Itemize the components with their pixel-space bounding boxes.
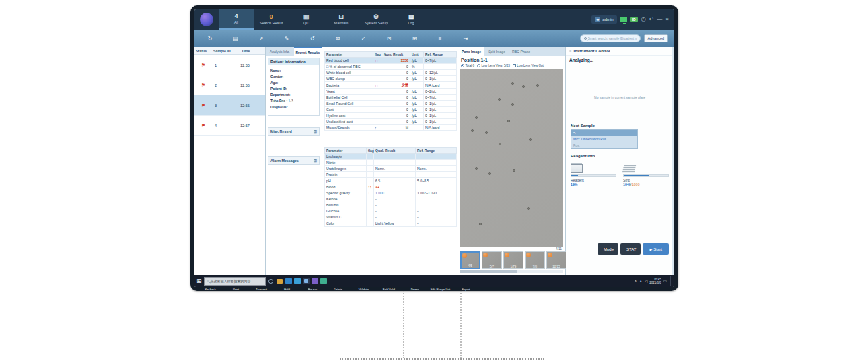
image-thumbnail[interactable]: 7/8 [525, 251, 545, 269]
sediment-row[interactable]: Yeast 0 /μL 0~2/μL [325, 89, 457, 95]
micr-record-section[interactable]: Micr. Record ⊞ [268, 127, 320, 136]
chemistry-row[interactable]: Ketone - [325, 196, 457, 202]
menu-icon[interactable]: ≡ [569, 49, 572, 53]
minimize-button[interactable]: — [657, 17, 662, 22]
nav-tab[interactable]: ⊡ Maintain [324, 9, 359, 30]
toolbar-button[interactable]: ⊞ Demo [402, 36, 427, 42]
detail-tab[interactable]: Report Results [294, 47, 322, 56]
tray-volume-icon[interactable]: ◁ [645, 279, 647, 283]
file-explorer-icon[interactable] [277, 278, 283, 284]
param-result: - [374, 208, 416, 214]
start-button[interactable]: ⊞ [196, 278, 202, 284]
image-thumbnail[interactable]: 1/79 [503, 251, 523, 269]
toolbar-button[interactable]: ↻ Recheck [197, 36, 223, 42]
image-tab[interactable]: RBC Phase [509, 47, 534, 56]
toolbar-button[interactable]: ↗ Transmit [248, 36, 274, 42]
toolbar-button[interactable]: ≡ Edit Range List [427, 36, 453, 42]
sediment-row[interactable]: Small Round Cell 0 /μL 0~1/μL [325, 101, 457, 107]
image-tab[interactable]: Split Image [484, 47, 509, 56]
sidebar-action-button[interactable]: ▶ Start [643, 243, 669, 255]
chemistry-row[interactable]: Urobilinogen Norm. Norm. [325, 166, 457, 172]
smart-search-input[interactable]: Smart search: sample ID/patient name [580, 34, 641, 42]
image-view-control[interactable]: Total 6 [461, 64, 474, 67]
expand-icon[interactable]: ⊞ [314, 158, 317, 163]
chemistry-row[interactable]: Protein [325, 172, 457, 178]
toolbar-button[interactable]: ✎ Hold [274, 36, 299, 42]
sidebar-action-button[interactable]: Mode [598, 243, 618, 255]
image-view-control[interactable]: Low Lens View Opt. [513, 64, 544, 67]
radio-checkbox-mark[interactable] [513, 64, 516, 67]
chemistry-row[interactable]: Leukocyte - - [325, 154, 457, 160]
sample-row[interactable]: ⚑ 1 12:55 [194, 55, 265, 75]
radio-checkbox-mark[interactable] [477, 64, 480, 67]
sample-row[interactable]: ⚑ 2 12:56 [194, 75, 265, 95]
nav-tab[interactable]: ⚙ System Setup [359, 9, 394, 30]
sediment-row[interactable]: Red blood cell ↑↑ 1556 /μL 0~7/μL [325, 58, 457, 64]
sediment-row[interactable]: Bacteria ↑↑ 少量 N/A /card [325, 82, 457, 89]
radio-checkbox-mark[interactable] [461, 64, 464, 67]
app-icon-2[interactable] [294, 278, 301, 284]
sediment-row[interactable]: Unclassified cast 0 /μL 0~1/μL [325, 119, 457, 125]
sediment-row[interactable]: Epithelial Cell 0 /μL 0~7/μL [325, 95, 457, 101]
advanced-search-button[interactable]: Advanced [644, 34, 668, 42]
param-flag [373, 95, 382, 101]
tray-caret-icon[interactable]: ∧ [635, 279, 637, 283]
image-thumbnail[interactable]: 4/5 [460, 251, 480, 269]
tray-network-icon[interactable]: ▲ [639, 279, 643, 283]
nav-tab[interactable]: 0 Search Result [254, 9, 289, 30]
chemistry-row[interactable]: Blood ↑↑ 2+ [325, 184, 457, 190]
image-tab[interactable]: Pano Image [458, 47, 484, 56]
image-thumbnail[interactable]: 5/7 [482, 251, 502, 269]
cortana-icon[interactable] [268, 278, 275, 284]
chemistry-row[interactable]: Specific gravity ↓ 1.000 1.002~1.030 [325, 190, 457, 196]
taskbar-clock[interactable]: 16:45 2021/6/8 [649, 278, 661, 284]
detail-tab[interactable]: Analysis Info. [266, 47, 294, 56]
sediment-row[interactable]: White blood cell 0 /μL 0~12/μL [325, 70, 457, 76]
app-icon-4[interactable] [320, 278, 327, 284]
nav-tab[interactable]: ▥ QC [289, 9, 324, 30]
sediment-row[interactable]: Mucus/Strands ↑ M N/A /card [325, 125, 457, 131]
chemistry-row[interactable]: Nitrite - - [325, 160, 457, 166]
image-view-control[interactable]: Low Lens View: 5/23 [477, 64, 510, 67]
sediment-row[interactable]: WBC clump 0 /μL 0~1/μL [325, 76, 457, 82]
expand-icon[interactable]: ⊞ [314, 129, 317, 134]
pano-image[interactable] [460, 69, 563, 247]
toolbar-button[interactable]: ↺ Re-run [299, 36, 325, 42]
notification-icon[interactable]: ▭ [663, 279, 667, 283]
micr-observation-pos[interactable]: Micr. Observation Pos. [571, 136, 637, 142]
chemistry-row[interactable]: Vitamin C - - [325, 214, 457, 220]
chemistry-row[interactable]: Bilirubin - [325, 202, 457, 208]
sediment-row[interactable]: Hyaline cast 0 /μL 0~1/μL [325, 113, 457, 119]
sediment-row[interactable]: □ % of abnormal RBC. 0 % [325, 64, 457, 70]
app-icon-1[interactable] [285, 278, 292, 284]
image-thumbnail[interactable]: 12/15 [546, 251, 567, 269]
sediment-row[interactable]: Cast 0 /μL 0~1/μL [325, 107, 457, 113]
toolbar-button[interactable]: ⊡ Edit Valid. [376, 36, 402, 42]
thumbnail-scrollbar[interactable] [460, 270, 563, 273]
toolbar-button[interactable]: ▤ Print [223, 36, 248, 42]
chemistry-row[interactable]: Glucose - - [325, 208, 457, 214]
chemistry-row[interactable]: Color Light Yellow - [325, 220, 457, 227]
sample-row[interactable]: ⚑ 3 12:56 [194, 95, 265, 116]
toolbar-button[interactable]: ⊠ Delete [325, 36, 351, 42]
toolbar-button[interactable]: ⇥ Export [453, 36, 478, 42]
user-chip[interactable]: ☻ admin [591, 15, 616, 24]
logout-icon[interactable]: ↩ [649, 17, 654, 22]
sidebar-action-button[interactable]: STAT [620, 243, 641, 255]
show-desktop-button[interactable] [670, 276, 672, 286]
app-icon-3[interactable] [312, 278, 318, 284]
toolbar-button[interactable]: ✓ Validate [351, 36, 376, 42]
taskbar-search-input[interactable]: 在这里输入你要搜索的内容 [204, 277, 266, 286]
nav-tab[interactable]: ▤ Log [394, 9, 429, 30]
clock-icon[interactable]: ◷ [641, 17, 646, 22]
sidebar-scrollbar[interactable] [672, 47, 674, 275]
close-button[interactable]: × [665, 17, 669, 22]
chemistry-row[interactable]: pH 6.5 5.0~8.5 [325, 178, 457, 184]
param-result: 0 [382, 107, 410, 113]
nav-tab[interactable]: 4 All [219, 9, 254, 30]
app-icon-active[interactable] [303, 278, 310, 284]
sample-row[interactable]: ⚑ 4 12:57 [194, 116, 265, 136]
next-sample-box[interactable]: 5 Micr. Observation Pos. Pos. [571, 129, 638, 149]
alarm-messages-section[interactable]: Alarm Messages ⊞ [268, 156, 320, 165]
main-area: Status Sample ID Time ⚑ 1 12:55 ⚑ 2 12:5… [194, 47, 674, 275]
